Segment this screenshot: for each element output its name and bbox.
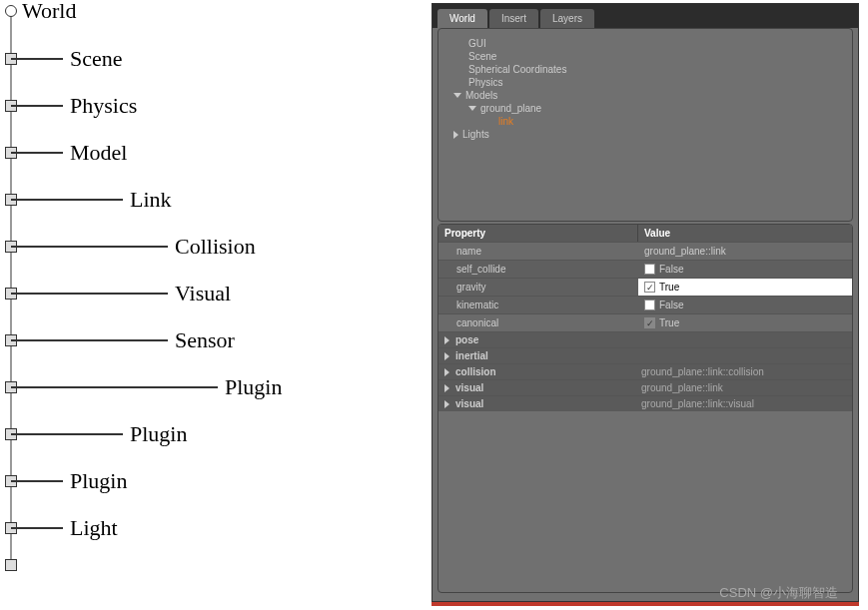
property-header: Property Value [438,225,852,242]
checkbox-checked-icon[interactable]: ✓ [644,282,655,293]
tree-item-ground-plane[interactable]: ground_plane [453,102,837,115]
chevron-down-icon [468,106,476,111]
world-tree: GUI Scene Spherical Coordinates Physics … [437,28,853,222]
expand-row-visual[interactable]: visualground_plane::link [438,379,852,395]
node-label: Collision [175,234,256,260]
chevron-right-icon [444,384,449,392]
node-label: Plugin [225,374,282,400]
root-label: World [22,0,76,24]
chevron-right-icon [444,368,449,376]
node-label: Plugin [70,468,127,494]
prop-row-self-collide[interactable]: self_collide False [438,260,852,278]
node-label: Model [70,140,127,166]
tree-item-lights[interactable]: Lights [453,128,837,141]
expand-row-visual2[interactable]: visualground_plane::link::visual [438,395,852,411]
tab-layers[interactable]: Layers [540,9,594,28]
node-icon [5,559,17,571]
prop-row-gravity[interactable]: gravity ✓True [438,278,852,296]
header-property: Property [438,225,638,242]
root-node-icon [5,5,17,17]
node-label: Visual [175,281,231,306]
tree-item-models[interactable]: Models [453,89,837,102]
chevron-down-icon [453,93,461,98]
tab-world[interactable]: World [437,9,487,28]
chevron-right-icon [453,131,458,139]
expand-row-collision[interactable]: collisionground_plane::link::collision [438,363,852,379]
prop-row-kinematic[interactable]: kinematic False [438,296,852,313]
prop-row-canonical: canonical ✓True [438,313,852,331]
node-label: Link [130,187,172,213]
checkbox-icon[interactable] [644,264,655,275]
checkbox-icon[interactable] [644,300,655,310]
header-value: Value [638,225,676,242]
chevron-right-icon [444,352,449,360]
prop-row-name: name ground_plane::link [438,242,852,260]
property-panel: Property Value name ground_plane::link s… [437,224,853,593]
tab-bar: World Insert Layers [433,4,858,28]
tree-item-gui[interactable]: GUI [453,37,837,50]
expand-row-pose[interactable]: pose [438,331,852,347]
chevron-right-icon [444,336,449,344]
watermark: CSDN @小海聊智造 [719,584,838,602]
panel-bottom-border [432,602,859,606]
node-label: Light [70,515,118,541]
tab-insert[interactable]: Insert [489,9,538,28]
node-label: Scene [70,46,123,72]
node-label: Physics [70,93,137,119]
tree-item-link[interactable]: link [453,115,837,128]
checkbox-disabled-icon: ✓ [644,317,655,328]
gazebo-panel: World Insert Layers GUI Scene Spherical … [432,3,859,602]
tree-item-spherical[interactable]: Spherical Coordinates [453,63,837,76]
node-label: Plugin [130,421,187,447]
hierarchy-diagram: World Scene Physics Model Link Collision… [0,0,420,599]
node-label: Sensor [175,327,235,353]
chevron-right-icon [444,400,449,408]
expand-row-inertial[interactable]: inertial [438,347,852,363]
tree-item-scene[interactable]: Scene [453,50,837,63]
tree-item-physics[interactable]: Physics [453,76,837,89]
